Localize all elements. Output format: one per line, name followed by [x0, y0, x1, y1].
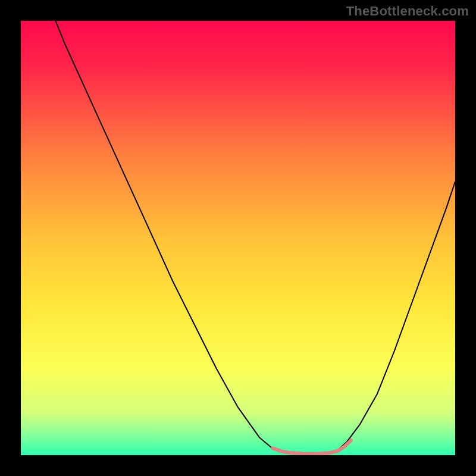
highlight-segment-1 [290, 451, 338, 454]
bottleneck-curve [55, 21, 455, 454]
highlight-segment-0 [273, 448, 290, 453]
highlight-segment-2 [338, 440, 351, 451]
chart-container: TheBottleneck.com [0, 0, 476, 476]
plot-area [21, 21, 455, 455]
watermark-text: TheBottleneck.com [346, 4, 469, 19]
chart-curve-layer [21, 21, 455, 455]
